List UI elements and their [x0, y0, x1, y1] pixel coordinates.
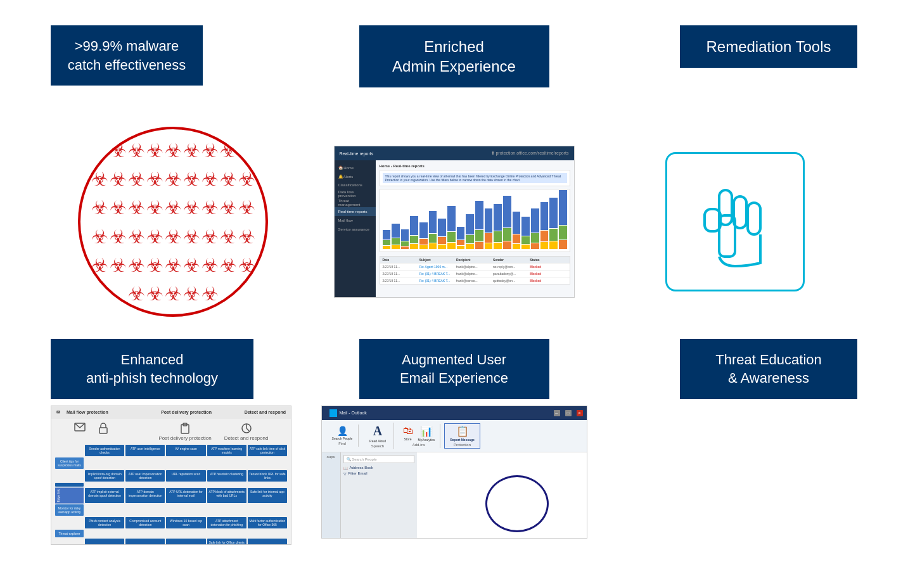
- office-icon: [329, 409, 337, 417]
- sidebar-classifications[interactable]: Classifications: [335, 181, 376, 189]
- augmented-email-label: Augmented User Email Experience: [359, 339, 549, 399]
- sidebar-service[interactable]: Service assurance: [335, 225, 376, 234]
- bio-sym: ☣: [238, 197, 255, 218]
- grid-cell: ATP URL detonation for internal mail: [166, 488, 205, 504]
- read-aloud-label: Read Aloud: [369, 439, 386, 443]
- hand-cursor-icon: [684, 165, 786, 279]
- myanalytics-label: MyAnalytics: [418, 438, 435, 442]
- bio-sym: ☣: [165, 197, 182, 218]
- grid-cell: ATP user intelligence: [125, 445, 165, 456]
- sidebar-reports[interactable]: Real-time reports: [335, 207, 376, 216]
- myanalytics-item[interactable]: 📊 MyAnalytics: [418, 425, 435, 442]
- chart-bar-11: [475, 201, 483, 249]
- enriched-admin-label: Enriched Admin Experience: [359, 25, 549, 87]
- sidebar-dlp[interactable]: Data loss prevention: [335, 189, 376, 198]
- antiphish-label: Enhanced anti-phish technology: [51, 339, 253, 399]
- bio-sym: ☣: [238, 255, 255, 276]
- store-item[interactable]: 🛍 Store: [403, 425, 413, 442]
- bio-sym: ☣: [165, 140, 182, 161]
- biohazard-symbols: ☣ ☣ ☣ ☣ ☣ ☣ ☣ ☣ ☣ ☣ ☣ ☣ ☣ ☣ ☣: [80, 129, 265, 314]
- chart-bar-5: [419, 222, 428, 249]
- col-subject: Subject: [419, 258, 456, 262]
- chart-bar-17: [531, 208, 539, 249]
- bio-sym: ☣: [91, 197, 108, 218]
- bio-sym: ☣: [183, 140, 200, 161]
- clipboard-icon: [180, 423, 190, 434]
- grid-cell: Monitor for risky user/app activity: [55, 504, 84, 516]
- search-people-box[interactable]: 🔍 Search People: [343, 455, 414, 463]
- biohazard-container: ☣ ☣ ☣ ☣ ☣ ☣ ☣ ☣ ☣ ☣ ☣ ☣ ☣ ☣ ☣: [72, 120, 274, 323]
- bio-sym: ☣: [220, 226, 237, 247]
- dashboard-mockup: Real-time reports ⬆ protection.office.co…: [334, 146, 575, 298]
- page-container: >99.9% malware catch effectiveness Enric…: [0, 0, 908, 588]
- col2-row3-content: Augmented User Email Experience Mail - O…: [309, 333, 600, 569]
- cell-recipient: frank@alpine...: [456, 272, 493, 276]
- address-book-button[interactable]: 📖 Address Book: [343, 466, 414, 470]
- groups-label: oups: [326, 455, 335, 459]
- cell-date: 2/27/18 11...: [383, 279, 419, 283]
- search-people-item[interactable]: 👤 Search People: [332, 426, 353, 440]
- cell-status: Blocked: [530, 265, 566, 269]
- report-circle-overlay: [485, 475, 549, 532]
- dashboard-url: ⬆ protection.office.com/realtime/reports: [491, 151, 569, 156]
- bio-sym: ☣: [110, 226, 127, 247]
- grid-cell: Sender authentication checks: [85, 445, 124, 456]
- grid-cell: ATP attachment detonation for phishing: [207, 517, 246, 528]
- cell-date: 2/27/18 11...: [383, 272, 419, 276]
- bio-sym: ☣: [146, 169, 163, 189]
- maximize-btn[interactable]: □: [565, 410, 572, 416]
- info-banner: This report shows you a real-time view o…: [380, 170, 570, 186]
- store-icon: 🛍: [403, 425, 413, 437]
- grid-row-4: Phish content analysis detection Comprom…: [55, 517, 287, 537]
- chart-bar-19: [549, 198, 558, 249]
- email-ribbon: 👤 Search People Find A Read Aloud: [322, 420, 587, 452]
- sidebar-alerts[interactable]: 🔔 Alerts: [335, 172, 376, 181]
- grid-cell: ATP heuristic clustering: [207, 470, 246, 482]
- protection-icons: 📋 Report Message: [450, 425, 475, 442]
- remediation-label: Remediation Tools: [680, 25, 857, 68]
- chart-bar-4: [410, 216, 418, 249]
- email-content-area: oups 🔍 Search People 📖 Address Book ▽ Fi…: [322, 452, 587, 539]
- minimize-btn[interactable]: ─: [554, 410, 560, 416]
- grid-cell: URL reputation scan: [166, 470, 205, 482]
- col-recipient: Recipient: [456, 258, 493, 262]
- biohazard-circle: ☣ ☣ ☣ ☣ ☣ ☣ ☣ ☣ ☣ ☣ ☣ ☣ ☣ ☣ ☣: [78, 127, 268, 317]
- cell-subject: Re: (01) 4 BREAK T...: [419, 279, 456, 283]
- filter-email-button[interactable]: ▽ Filter Email: [343, 471, 414, 476]
- lock-icon: [98, 423, 108, 434]
- bio-sym: ☣: [91, 140, 108, 161]
- filter-icon: ▽: [343, 471, 347, 476]
- myanalytics-icon: 📊: [420, 425, 433, 437]
- bio-sym: ☣: [110, 255, 127, 276]
- sidebar-threat[interactable]: Threat management: [335, 198, 376, 207]
- col1-row3-content: Enhanced anti-phish technology ✉ Mail fl…: [38, 333, 309, 569]
- table-header: Date Subject Recipient Sender Status: [380, 257, 570, 263]
- col-date: Date: [383, 258, 419, 262]
- table-area: Date Subject Recipient Sender Status 2/2…: [380, 256, 570, 284]
- bio-sym: ☣: [128, 197, 145, 218]
- ribbon-group-speech: A Read Aloud Speech: [362, 423, 394, 449]
- sidebar-mailflow[interactable]: Mail flow: [335, 216, 376, 225]
- cell-recipient: frank@conso...: [456, 279, 493, 283]
- grid-cell: Safe link for internal app activity: [248, 488, 287, 504]
- bio-sym: ☣: [165, 255, 182, 276]
- table-row: 2/27/18 11... Re: Agent 1900 m... frank@…: [380, 263, 570, 270]
- report-message-icon: 📋: [456, 425, 469, 437]
- grid-cell: [85, 539, 124, 544]
- col1-biohazard-area: ☣ ☣ ☣ ☣ ☣ ☣ ☣ ☣ ☣ ☣ ☣ ☣ ☣ ☣ ☣: [38, 112, 309, 332]
- dashboard-body: 🏠 Home 🔔 Alerts Classifications Data los…: [335, 160, 574, 297]
- grid-cell: ATP safe link time of click protection: [248, 445, 287, 456]
- email-title-bar: Mail - Outlook ─ □ ✕: [322, 406, 587, 420]
- report-message-item[interactable]: 📋 Report Message: [450, 425, 475, 442]
- app-title: Mail - Outlook: [340, 411, 367, 415]
- search-people-label: Search People: [332, 437, 353, 440]
- bio-sym: ☣: [183, 283, 200, 304]
- antiphish-header: ✉ Mail flow protection Post delivery pro…: [51, 406, 291, 419]
- bio-sym: ☣: [110, 140, 127, 161]
- sidebar-home[interactable]: 🏠 Home: [335, 163, 376, 172]
- chart-bar-14: [503, 196, 511, 249]
- close-btn[interactable]: ✕: [577, 410, 583, 416]
- cell-subject: Re: (01) 4 BREAK T...: [419, 272, 456, 276]
- speech-label: Speech: [371, 444, 384, 448]
- read-aloud-item[interactable]: A Read Aloud: [369, 424, 386, 443]
